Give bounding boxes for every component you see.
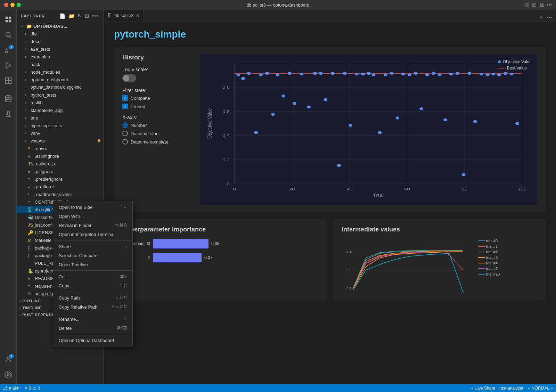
- tree-item-examples[interactable]: › examples: [17, 53, 103, 60]
- tree-item-standalone[interactable]: › standalone_app: [17, 106, 103, 114]
- more-actions-icon[interactable]: •••: [547, 2, 552, 8]
- menu-cut[interactable]: Cut ⌘X: [53, 272, 132, 281]
- log-y-scale-toggle[interactable]: [122, 74, 136, 82]
- svg-text:0.4: 0.4: [222, 133, 230, 138]
- close-button[interactable]: [4, 3, 8, 7]
- svg-point-62: [371, 73, 375, 76]
- tree-item-venv[interactable]: › venv: [17, 129, 103, 137]
- git-branch[interactable]: ⎇ main*: [3, 386, 20, 391]
- menu-copy[interactable]: Copy ⌘C: [53, 281, 132, 290]
- tree-item-docs[interactable]: › docs: [17, 38, 103, 45]
- activity-source-control[interactable]: 1: [1, 43, 15, 57]
- svg-point-54: [324, 98, 327, 101]
- radio-datetime-start[interactable]: [122, 131, 128, 136]
- activity-search[interactable]: [1, 28, 15, 42]
- accounts-badge: 1: [9, 354, 14, 359]
- tree-item-hack[interactable]: › hack: [17, 60, 103, 68]
- menu-open-optuna[interactable]: Open in Optuna Dashboard: [53, 336, 132, 345]
- menu-open-to-side[interactable]: Open to the Side ⌃↵: [53, 203, 132, 212]
- tree-item-ts-tests[interactable]: › typescript_tests: [17, 122, 103, 129]
- svg-point-46: [276, 73, 279, 76]
- menu-rename[interactable]: Rename... ↵: [53, 315, 132, 324]
- svg-point-40: [241, 77, 245, 80]
- minimize-button[interactable]: [10, 3, 15, 7]
- svg-line-1: [10, 36, 11, 38]
- layout-icon[interactable]: ▦: [539, 2, 544, 8]
- history-title: History: [122, 54, 192, 61]
- more-icon[interactable]: •••: [91, 13, 99, 19]
- collapse-icon[interactable]: ⊟: [84, 13, 90, 19]
- tab-close-button[interactable]: ✕: [136, 13, 139, 18]
- app-root: db.sqlite3 — optuna-dashboard ▥ ▤ ▦ ••• …: [0, 0, 556, 392]
- activity-accounts[interactable]: 1: [1, 352, 15, 366]
- svg-point-74: [443, 118, 447, 121]
- split-editor-icon[interactable]: ⊡: [537, 13, 544, 22]
- bar-lr-fill: [153, 253, 202, 262]
- makefile-icon: M: [28, 238, 33, 243]
- svg-text:100: 100: [518, 187, 526, 191]
- menu-open-timeline[interactable]: Open Timeline: [53, 260, 132, 269]
- menu-select-compare[interactable]: Select for Compare: [53, 251, 132, 260]
- tree-item-rustlib[interactable]: › rustlib: [17, 99, 103, 106]
- radio-number[interactable]: [122, 122, 128, 128]
- refresh-icon[interactable]: ↻: [77, 13, 83, 19]
- svg-point-68: [408, 73, 411, 76]
- svg-point-76: [456, 72, 459, 75]
- menu-delete[interactable]: Delete ⌘⌫: [53, 324, 132, 333]
- tree-item-envrc[interactable]: $ .envrc: [17, 145, 103, 152]
- menu-copy-relative-path[interactable]: Copy Relative Path ⇧⌥⌘C: [53, 302, 132, 311]
- svg-point-2: [5, 51, 7, 53]
- root-icon: 📁: [26, 24, 32, 29]
- tree-item-e2e-tests[interactable]: › e2e_tests: [17, 45, 103, 53]
- tree-root[interactable]: ▾ 📁 OPTUNA-DAS...: [17, 22, 103, 30]
- tree-item-eslintignore[interactable]: ● .eslintignore: [17, 152, 103, 160]
- tree-item-readthedocs[interactable]: ! .readthedocs.yaml: [17, 190, 103, 198]
- menu-reveal-in-finder[interactable]: Reveal in Finder ⌥⌘R: [53, 221, 132, 230]
- tab-db-sqlite3[interactable]: 🗄 db.sqlite3 ✕: [104, 10, 144, 22]
- errors-warnings[interactable]: ✕ 0 ⚠ 0: [24, 386, 40, 391]
- radio-datetime-complete[interactable]: [122, 139, 128, 145]
- tree-item-optuna-dashboard[interactable]: › optuna_dashboard: [17, 76, 103, 83]
- tree-item-tmp[interactable]: › tmp: [17, 114, 103, 122]
- sidebar-toggle-icon[interactable]: ▥: [525, 2, 529, 8]
- tree-item-prettierignore[interactable]: ≡ .prettierignore: [17, 175, 103, 183]
- study-title: pytorch_simple: [114, 29, 546, 40]
- tree-item-dist[interactable]: › dist: [17, 30, 103, 38]
- tab-label: db.sqlite3: [114, 13, 134, 18]
- tree-item-egg-info[interactable]: › optuna_dashboard.egg-info: [17, 83, 103, 91]
- intermediate-legend: trial #0 trial #1 trial #2 trial #3 tria…: [478, 239, 500, 294]
- svg-rect-7: [5, 81, 8, 83]
- menu-open-with[interactable]: Open With...: [53, 212, 132, 221]
- menu-copy-path[interactable]: Copy Path ⌥⌘C: [53, 293, 132, 302]
- tree-item-vscode[interactable]: › vscode: [17, 137, 103, 145]
- tree-item-prettierrc[interactable]: ≡ .prettierrc: [17, 183, 103, 190]
- activity-extensions[interactable]: [1, 74, 15, 88]
- tree-item-gitignore[interactable]: ● .gitignore: [17, 168, 103, 175]
- more-tab-actions-icon[interactable]: •••: [545, 13, 553, 22]
- activity-database[interactable]: [1, 92, 15, 106]
- history-card: History Log y scale: Filter state: ✓: [114, 47, 546, 212]
- new-file-icon[interactable]: 📄: [59, 13, 66, 19]
- legend-trial3: trial #3: [478, 255, 500, 260]
- panel-toggle-icon[interactable]: ▤: [532, 2, 537, 8]
- maximize-button[interactable]: [17, 3, 21, 7]
- complete-checkbox[interactable]: ✓: [122, 95, 128, 101]
- tree-item-eslintrc[interactable]: JS .eslintrc.js: [17, 160, 103, 168]
- activity-settings[interactable]: [1, 368, 15, 382]
- editor-content: pytorch_simple History Log y scale:: [104, 22, 556, 384]
- rust-analyzer-status[interactable]: rust-analyzer: [499, 386, 523, 391]
- menu-share[interactable]: Share ›: [53, 242, 132, 251]
- legend-best-line: [498, 68, 505, 68]
- menu-open-terminal[interactable]: Open in Integrated Terminal: [53, 230, 132, 239]
- svg-point-70: [419, 107, 423, 110]
- svg-point-50: [300, 73, 303, 75]
- tree-item-python-tests[interactable]: › python_tests: [17, 91, 103, 99]
- live-share-status[interactable]: ↔ Live Share: [470, 386, 495, 391]
- activity-flask[interactable]: [1, 107, 15, 121]
- pruned-checkbox[interactable]: ✓: [122, 104, 128, 109]
- activity-run[interactable]: [1, 58, 15, 72]
- svg-text:0.7: 0.7: [346, 287, 351, 291]
- tree-item-node-modules[interactable]: › node_modules: [17, 68, 103, 76]
- new-folder-icon[interactable]: 📁: [68, 13, 75, 19]
- activity-explorer[interactable]: [1, 13, 15, 26]
